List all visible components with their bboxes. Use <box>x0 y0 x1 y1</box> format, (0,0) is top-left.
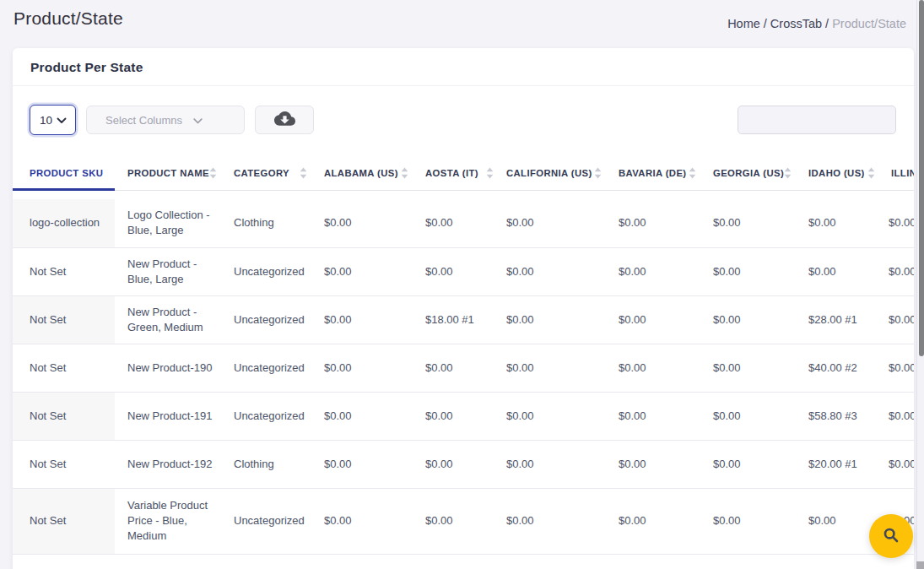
cell-value: $0.00 <box>700 488 796 554</box>
cell-value: $0.00 <box>700 392 796 440</box>
cell-value: $18.00 #1 <box>413 295 498 344</box>
sort-icon <box>594 167 602 179</box>
table-row: Not SetNew Product-190Uncategorized$0.00… <box>13 344 914 392</box>
cell-value: $0.00 <box>879 295 914 344</box>
card-header: Product Per State <box>13 48 914 86</box>
sort-icon <box>486 167 494 179</box>
cell-value: $0.00 <box>311 440 413 488</box>
column-header-category[interactable]: CATEGORY <box>221 156 311 190</box>
column-header-illinois-us[interactable]: ILLINOIS (US) <box>879 156 914 190</box>
cell-value: $0.00 <box>700 440 796 488</box>
cell-value: $0.00 <box>606 344 700 392</box>
cell-category: Uncategorized <box>221 247 311 295</box>
table-scroll-area[interactable]: PRODUCT SKUPRODUCT NAMECATEGORYALABAMA (… <box>13 156 914 555</box>
table-row: Not SetNew Product - Green, MediumUncate… <box>13 295 914 344</box>
column-header-label: BAVARIA (DE) <box>619 168 687 178</box>
cell-product-name: New Product-191 <box>115 392 221 440</box>
cell-product-name: New Product-192 <box>115 440 221 488</box>
cell-value: $0.00 <box>606 392 700 440</box>
table-controls: 10 Select Columns <box>13 86 914 135</box>
cell-value: $0.00 <box>498 199 606 247</box>
cell-value: $0.00 <box>498 392 606 440</box>
cell-value: $0.00 <box>413 247 498 295</box>
cell-value: $0.00 <box>498 247 606 295</box>
sort-icon <box>784 167 792 179</box>
cell-value: $0.00 <box>796 247 879 295</box>
search-fab-button[interactable] <box>869 514 913 558</box>
column-header-label: ALABAMA (US) <box>324 168 398 178</box>
cell-value: $0.00 <box>498 295 606 344</box>
cell-product-sku: Not Set <box>13 392 115 440</box>
product-per-state-table: PRODUCT SKUPRODUCT NAMECATEGORYALABAMA (… <box>13 156 914 555</box>
cell-product-sku: Not Set <box>13 440 115 488</box>
cell-value: $0.00 <box>413 488 498 554</box>
cell-value: $0.00 <box>606 440 700 488</box>
scrollbar-corner <box>916 561 924 569</box>
sorted-column-indicator <box>13 188 115 191</box>
cell-value: $0.00 <box>700 199 796 247</box>
vertical-scrollbar-thumb[interactable] <box>919 0 924 356</box>
table-spacer-row <box>13 190 914 199</box>
select-columns-label: Select Columns <box>105 114 182 127</box>
cell-value: $0.00 <box>311 488 413 554</box>
column-header-product-sku[interactable]: PRODUCT SKU <box>13 156 115 190</box>
breadcrumb-item-current: Product/State <box>832 17 906 30</box>
cell-value: $0.00 <box>498 440 606 488</box>
table-row: Not SetNew Product-191Uncategorized$0.00… <box>13 392 914 440</box>
cell-value: $0.00 <box>700 295 796 344</box>
cell-product-sku: Not Set <box>13 344 115 392</box>
table-row: logo-collectionLogo Collection - Blue, L… <box>13 199 914 247</box>
table-row: Not SetNew Product - Blue, LargeUncatego… <box>13 247 914 295</box>
cell-value: $0.00 <box>311 247 413 295</box>
cell-category: Uncategorized <box>221 344 311 392</box>
column-header-california-us[interactable]: CALIFORNIA (US) <box>498 156 606 190</box>
sort-icon <box>401 167 408 179</box>
select-columns-dropdown[interactable]: Select Columns <box>86 106 245 134</box>
cell-value: $0.00 <box>413 344 498 392</box>
cell-value: $0.00 <box>700 247 796 295</box>
column-header-georgia-us[interactable]: GEORGIA (US) <box>700 156 796 190</box>
column-header-product-name[interactable]: PRODUCT NAME <box>115 156 221 190</box>
sort-icon <box>867 167 875 179</box>
breadcrumb-separator: / <box>760 17 770 30</box>
breadcrumb-item-home[interactable]: Home <box>727 17 760 30</box>
chevron-down-icon <box>193 112 203 127</box>
topbar: Product/State Home / CrossTab / Product/… <box>0 0 916 48</box>
cell-value: $0.00 <box>879 440 914 488</box>
cell-product-sku: logo-collection <box>13 199 115 247</box>
column-header-label: ILLINOIS (US) <box>891 168 914 178</box>
cell-product-name: New Product - Blue, Large <box>115 247 221 295</box>
cell-category: Uncategorized <box>221 488 311 554</box>
page-size-select[interactable]: 10 <box>30 105 76 135</box>
sort-icon <box>689 167 696 179</box>
column-header-alabama-us[interactable]: ALABAMA (US) <box>311 156 413 190</box>
cell-value: $0.00 <box>311 199 413 247</box>
breadcrumb-item-crosstab[interactable]: CrossTab <box>770 17 822 30</box>
cell-value: $0.00 <box>879 247 914 295</box>
page-size-value: 10 <box>40 114 52 127</box>
breadcrumb-separator: / <box>822 17 832 30</box>
breadcrumb: Home / CrossTab / Product/State <box>727 17 906 30</box>
table-header-row: PRODUCT SKUPRODUCT NAMECATEGORYALABAMA (… <box>13 156 914 190</box>
table-row: Not SetNew Product-192Clothing$0.00$0.00… <box>13 440 914 488</box>
cell-value: $0.00 <box>413 199 498 247</box>
search-input[interactable] <box>738 106 896 134</box>
cell-value: $28.00 #1 <box>796 295 879 344</box>
cell-value: $0.00 <box>498 488 606 554</box>
vertical-scrollbar[interactable] <box>916 0 924 569</box>
column-header-bavaria-de[interactable]: BAVARIA (DE) <box>606 156 700 190</box>
download-button[interactable] <box>255 106 314 134</box>
column-header-idaho-us[interactable]: IDAHO (US) <box>796 156 879 190</box>
column-header-label: CATEGORY <box>234 168 289 178</box>
cell-value: $20.00 #1 <box>796 440 879 488</box>
cell-value: $0.00 <box>413 392 498 440</box>
column-header-label: AOSTA (IT) <box>425 168 478 178</box>
chevron-down-icon <box>57 112 67 127</box>
cell-value: $0.00 <box>606 488 700 554</box>
product-per-state-card: Product Per State 10 Select Columns <box>13 48 914 569</box>
column-header-aosta-it[interactable]: AOSTA (IT) <box>413 156 498 190</box>
cloud-download-icon <box>274 111 295 128</box>
sort-icon <box>209 167 217 179</box>
column-header-label: PRODUCT SKU <box>30 168 103 178</box>
sort-icon <box>300 167 307 179</box>
